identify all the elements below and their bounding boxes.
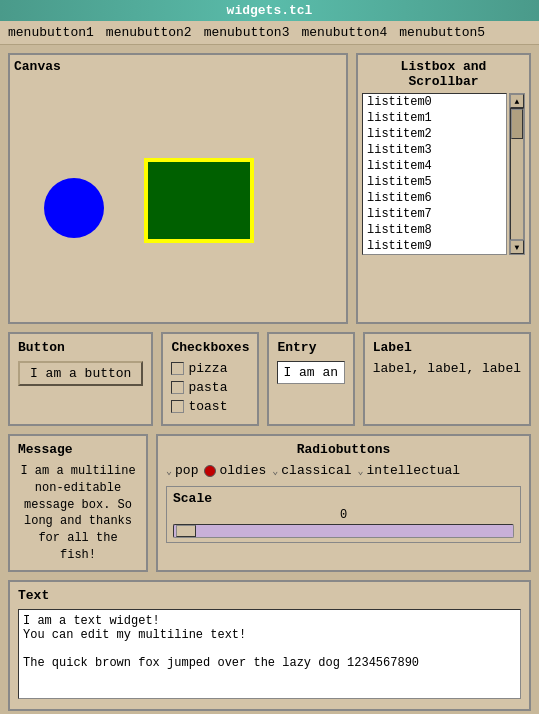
button-section: Button I am a button — [8, 332, 153, 426]
list-item[interactable]: listitem1 — [363, 110, 506, 126]
checkboxes-title: Checkboxes — [171, 340, 249, 355]
scale-value: 0 — [173, 508, 514, 522]
listbox-label: Listbox and Scrollbar — [362, 59, 525, 89]
text-section: Text — [8, 580, 531, 711]
entry-section: Entry — [267, 332, 354, 426]
radio-classical[interactable]: ⌄ classical — [272, 463, 351, 478]
radio-label-intellectual: intellectual — [367, 463, 461, 478]
menubar: menubutton1 menubutton2 menubutton3 menu… — [0, 21, 539, 45]
checkbox-pasta[interactable]: pasta — [171, 380, 249, 395]
main-content: Canvas Listbox and Scrollbar listitem0 l… — [0, 45, 539, 580]
message-text: I am a multiline non-editable message bo… — [18, 463, 138, 564]
title-bar: widgets.tcl — [0, 0, 539, 21]
checkbox-box-toast[interactable] — [171, 400, 184, 413]
scrollbar-up-button[interactable]: ▲ — [510, 94, 524, 108]
menubar-item-2[interactable]: menubutton2 — [106, 25, 192, 40]
radio-label-pop: pop — [175, 463, 198, 478]
canvas-area — [14, 78, 342, 318]
radiobuttons-title: Radiobuttons — [166, 442, 521, 457]
scale-track[interactable] — [173, 524, 514, 538]
canvas-rectangle — [144, 158, 254, 243]
scrollbar-track[interactable] — [510, 108, 524, 240]
chevron-pop-icon: ⌄ — [166, 465, 172, 477]
canvas-label: Canvas — [14, 59, 342, 74]
checkbox-box-pizza[interactable] — [171, 362, 184, 375]
scrollbar-down-button[interactable]: ▼ — [510, 240, 524, 254]
button-section-title: Button — [18, 340, 143, 355]
checkboxes-section: Checkboxes pizza pasta toast — [161, 332, 259, 426]
middle-row: Button I am a button Checkboxes pizza pa… — [8, 332, 531, 426]
list-item[interactable]: listitem5 — [363, 174, 506, 190]
entry-section-title: Entry — [277, 340, 344, 355]
canvas-circle — [44, 178, 104, 238]
label-section: Label label, label, label — [363, 332, 531, 426]
listbox-section: Listbox and Scrollbar listitem0 listitem… — [356, 53, 531, 324]
menubar-item-1[interactable]: menubutton1 — [8, 25, 94, 40]
scale-title: Scale — [173, 491, 514, 506]
canvas-section: Canvas — [8, 53, 348, 324]
radio-row: ⌄ pop oldies ⌄ classical ⌄ intellectual — [166, 463, 521, 478]
listbox-items[interactable]: listitem0 listitem1 listitem2 listitem3 … — [362, 93, 507, 255]
list-item[interactable]: listitem6 — [363, 190, 506, 206]
message-title: Message — [18, 442, 138, 457]
main-button[interactable]: I am a button — [18, 361, 143, 386]
radio-scale-section: Radiobuttons ⌄ pop oldies ⌄ classical ⌄ … — [156, 434, 531, 572]
list-item[interactable]: listitem7 — [363, 206, 506, 222]
radio-intellectual[interactable]: ⌄ intellectual — [358, 463, 461, 478]
list-item[interactable]: listitem0 — [363, 94, 506, 110]
checkbox-toast[interactable]: toast — [171, 399, 249, 414]
radio-pop[interactable]: ⌄ pop — [166, 463, 198, 478]
menubar-item-4[interactable]: menubutton4 — [301, 25, 387, 40]
list-item[interactable]: listitem3 — [363, 142, 506, 158]
menubar-item-5[interactable]: menubutton5 — [399, 25, 485, 40]
list-item[interactable]: listitem4 — [363, 158, 506, 174]
list-item[interactable]: listitem9 — [363, 238, 506, 254]
checkbox-pizza[interactable]: pizza — [171, 361, 249, 376]
checkbox-label-toast: toast — [188, 399, 227, 414]
radio-label-classical: classical — [281, 463, 351, 478]
bottom-row: Message I am a multiline non-editable me… — [8, 434, 531, 572]
label-text: label, label, label — [373, 361, 521, 376]
radio-label-oldies: oldies — [219, 463, 266, 478]
top-row: Canvas Listbox and Scrollbar listitem0 l… — [8, 53, 531, 324]
list-item[interactable]: listitem2 — [363, 126, 506, 142]
message-section: Message I am a multiline non-editable me… — [8, 434, 148, 572]
entry-input[interactable] — [277, 361, 344, 384]
menubar-item-3[interactable]: menubutton3 — [204, 25, 290, 40]
chevron-intellectual-icon: ⌄ — [358, 465, 364, 477]
checkbox-box-pasta[interactable] — [171, 381, 184, 394]
text-area[interactable] — [18, 609, 521, 699]
scrollbar-vertical[interactable]: ▲ ▼ — [509, 93, 525, 255]
radio-oldies[interactable]: oldies — [204, 463, 266, 478]
checkbox-label-pizza: pizza — [188, 361, 227, 376]
listbox-container: listitem0 listitem1 listitem2 listitem3 … — [362, 93, 525, 255]
title-text: widgets.tcl — [227, 3, 313, 18]
scale-section: Scale 0 — [166, 486, 521, 543]
list-item[interactable]: listitem8 — [363, 222, 506, 238]
radio-circle-oldies[interactable] — [204, 465, 216, 477]
text-section-title: Text — [18, 588, 521, 603]
label-section-title: Label — [373, 340, 521, 355]
chevron-classical-icon: ⌄ — [272, 465, 278, 477]
scrollbar-thumb[interactable] — [511, 109, 523, 139]
scale-thumb[interactable] — [176, 525, 196, 537]
checkbox-label-pasta: pasta — [188, 380, 227, 395]
